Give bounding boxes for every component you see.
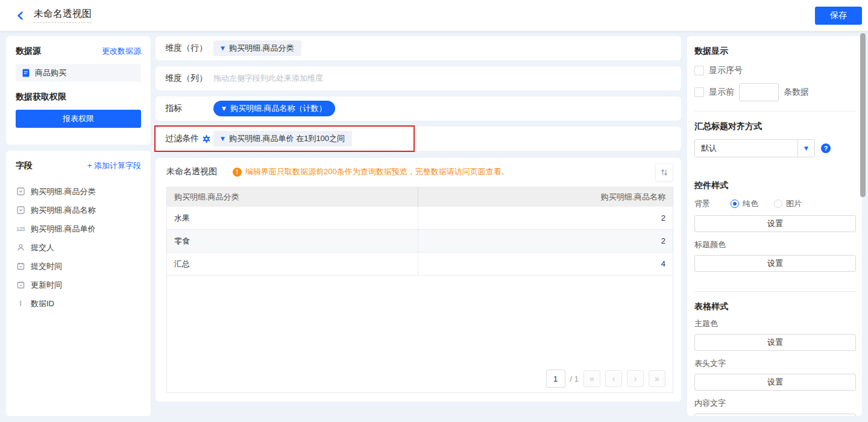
table-header-row: 购买明细.商品分类 购买明细.商品名称 — [167, 187, 673, 207]
col-dimension-placeholder: 拖动左侧字段到此处来添加维度 — [213, 73, 323, 84]
caret-down-icon: ▼ — [221, 46, 225, 51]
pagination: / 1 « ‹ › » — [167, 365, 673, 392]
vertical-scrollbar[interactable] — [860, 33, 866, 197]
field-item-name[interactable]: 购买明细.商品名称 — [16, 201, 141, 219]
field-item-submit-time[interactable]: 提交时间 — [16, 257, 141, 276]
background-option: 背景 纯色 图片 — [694, 198, 856, 209]
preview-panel: 未命名透视图 ! 编辑界面只取数据源前200条作为查询数据预览，完整数据请访问页… — [156, 158, 681, 402]
title-color-label: 标题颜色 — [694, 239, 856, 250]
sort-icon — [660, 168, 668, 177]
show-index-checkbox[interactable] — [694, 66, 704, 75]
warning-icon: ! — [233, 168, 242, 177]
background-setting-button[interactable]: 设置 — [694, 215, 856, 232]
show-first-option: 显示前 条数据 — [694, 83, 856, 101]
widget-style-title: 控件样式 — [694, 180, 856, 191]
document-icon — [22, 69, 30, 77]
chevron-left-icon — [16, 11, 25, 20]
metric-label: 指标 — [165, 103, 213, 114]
solid-color-radio[interactable]: 纯色 — [731, 198, 758, 209]
calendar-icon — [16, 262, 25, 270]
filter-row: 过滤条件 ▼ 购买明细.商品单价 在1到100之间 — [156, 127, 681, 151]
field-item-submitter[interactable]: 提交人 — [16, 238, 141, 257]
table-row: 零食 2 — [167, 230, 673, 253]
back-button[interactable] — [14, 10, 27, 22]
datasource-item[interactable]: 商品购买 — [16, 64, 141, 82]
filter-label: 过滤条件 — [165, 133, 213, 144]
fields-title: 字段 — [16, 160, 33, 171]
report-permission-button[interactable]: 报表权限 — [16, 110, 141, 128]
datasource-title: 数据源 — [16, 46, 41, 57]
preview-table: 购买明细.商品分类 购买明细.商品名称 水果 2 零食 2 汇总 4 / 1 «… — [166, 187, 673, 393]
change-datasource-link[interactable]: 更改数据源 — [102, 46, 141, 57]
help-icon[interactable]: ? — [821, 143, 831, 153]
content-text-setting-button[interactable]: 设置 — [694, 414, 856, 416]
row-dimension-row: 维度（行） ▼ 购买明细.商品分类 — [156, 36, 681, 60]
field-item-category[interactable]: 购买明细.商品分类 — [16, 182, 141, 201]
gear-icon[interactable] — [202, 134, 211, 143]
select-field-icon — [16, 206, 25, 214]
theme-color-setting-button[interactable]: 设置 — [694, 334, 856, 351]
text-id-icon: I — [16, 299, 25, 308]
field-list: 购买明细.商品分类 购买明细.商品名称 123 购买明细.商品单价 提交人 提交… — [16, 182, 141, 313]
divider — [694, 111, 856, 112]
preview-title: 未命名透视图 — [166, 166, 217, 177]
summary-align-title: 汇总标题对齐方式 — [694, 121, 856, 132]
header-text-label: 表头文字 — [694, 358, 856, 369]
select-field-icon — [16, 187, 25, 195]
show-index-option: 显示序号 — [694, 65, 856, 76]
field-item-price[interactable]: 123 购买明细.商品单价 — [16, 219, 141, 238]
sort-button[interactable] — [655, 163, 673, 181]
table-style-title: 表格样式 — [694, 301, 856, 312]
user-icon — [16, 244, 25, 251]
table-row: 水果 2 — [167, 207, 673, 230]
summary-align-select[interactable]: 默认 ▼ — [694, 139, 815, 157]
permission-title: 数据获取权限 — [16, 92, 141, 102]
table-header-category[interactable]: 购买明细.商品分类 — [167, 187, 418, 207]
field-item-data-id[interactable]: I 数据ID — [16, 294, 141, 313]
radio-checked-icon — [731, 200, 739, 208]
filter-condition-tag[interactable]: ▼ 购买明细.商品单价 在1到100之间 — [213, 131, 352, 146]
col-dimension-label: 维度（列） — [165, 73, 213, 84]
page-title[interactable]: 未命名透视图 — [34, 8, 92, 23]
save-button[interactable]: 保存 — [815, 7, 862, 25]
row-dimension-label: 维度（行） — [165, 43, 213, 54]
caret-down-icon: ▼ — [221, 136, 225, 142]
top-bar: 未命名透视图 保存 — [0, 0, 868, 31]
page-number-input[interactable] — [546, 370, 565, 388]
last-page-button[interactable]: » — [649, 370, 665, 387]
table-row-summary: 汇总 4 — [167, 253, 673, 276]
metric-tag[interactable]: ▼ 购买明细.商品名称（计数） — [213, 101, 335, 116]
caret-down-icon: ▼ — [222, 106, 226, 112]
datasource-name: 商品购买 — [35, 68, 66, 78]
plus-icon: + — [87, 161, 92, 170]
header-text-setting-button[interactable]: 设置 — [694, 374, 856, 391]
radio-icon — [774, 200, 782, 208]
metric-row: 指标 ▼ 购买明细.商品名称（计数） — [156, 96, 681, 121]
show-first-checkbox[interactable] — [694, 87, 704, 97]
data-display-title: 数据显示 — [694, 46, 856, 57]
field-item-update-time[interactable]: 更新时间 — [16, 276, 141, 294]
preview-warning: ! 编辑界面只取数据源前200条作为查询数据预览，完整数据请访问页面查看。 — [233, 166, 509, 177]
image-radio[interactable]: 图片 — [774, 198, 802, 209]
theme-color-label: 主题色 — [694, 318, 856, 329]
fields-panel: 字段 + 添加计算字段 购买明细.商品分类 购买明细.商品名称 123 购买明细… — [6, 151, 151, 416]
chevron-down-icon: ▼ — [797, 140, 814, 157]
first-page-button[interactable]: « — [583, 370, 600, 387]
next-page-button[interactable]: › — [627, 370, 644, 387]
number-field-icon: 123 — [16, 226, 25, 232]
calendar-icon — [16, 281, 25, 289]
row-dimension-tag[interactable]: ▼ 购买明细.商品分类 — [213, 40, 301, 56]
datasource-panel: 数据源 更改数据源 商品购买 数据获取权限 报表权限 — [6, 36, 151, 145]
settings-panel: 数据显示 显示序号 显示前 条数据 汇总标题对齐方式 默认 ▼ ? 控件样式 背… — [687, 36, 862, 416]
divider — [694, 291, 856, 292]
add-calc-field-link[interactable]: + 添加计算字段 — [87, 160, 141, 171]
col-dimension-row[interactable]: 维度（列） 拖动左侧字段到此处来添加维度 — [156, 66, 681, 90]
page-total: / 1 — [570, 374, 579, 383]
table-header-count[interactable]: 购买明细.商品名称 — [418, 192, 673, 203]
title-color-setting-button[interactable]: 设置 — [694, 255, 856, 272]
row-limit-input[interactable] — [739, 83, 779, 101]
content-text-label: 内容文字 — [694, 398, 856, 409]
prev-page-button[interactable]: ‹ — [605, 370, 622, 387]
